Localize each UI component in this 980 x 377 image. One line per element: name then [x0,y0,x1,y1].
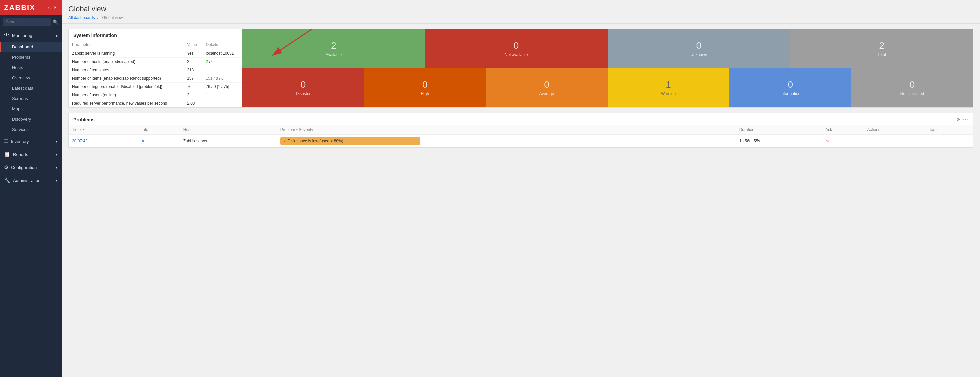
tile-information[interactable]: 0 Information [730,68,851,107]
available-label: Available [326,52,342,57]
gear-icon[interactable]: ⚙ [956,117,960,123]
sort-icon[interactable]: ▼ [82,128,85,132]
tile-not-available[interactable]: 0 Not available [425,29,608,68]
configuration-label: Configuration [11,165,37,170]
not-classified-label: Not classified [900,91,924,96]
col-tags: Tags [926,125,973,135]
sidebar-item-screens[interactable]: Screens [0,94,62,104]
not-available-count: 0 [514,41,519,50]
sidebar-item-overview[interactable]: Overview [0,73,62,83]
col-details: Details [202,40,242,49]
sidebar-item-latest-data[interactable]: Latest data [0,83,62,94]
problem-actions [864,135,926,148]
tile-average[interactable]: 0 Average [486,68,608,107]
sidebar-search-bar: 🔍 [0,15,62,29]
nav-group-inventory[interactable]: ☰ Inventory ▾ [0,135,62,148]
nav-group-administration[interactable]: 🔧 Administration ▾ [0,174,62,187]
sysinfo-value: 2.03 [184,99,202,108]
col-problem-severity: Problem • Severity [277,125,736,135]
col-duration: Duration [736,125,822,135]
tile-available[interactable]: 2 Available [242,29,425,68]
sidebar-item-discovery[interactable]: Discovery [0,114,62,124]
expand-window-icon[interactable]: ⊡ [54,5,58,11]
system-info-section: System information Parameter Value Detai… [69,29,242,107]
available-count: 2 [331,41,336,50]
not-available-label: Not available [505,52,528,57]
sysinfo-details: 76 / 0 [1 / 75] [202,83,242,91]
monitoring-icon: 👁 [4,32,10,38]
sidebar-item-dashboard[interactable]: Dashboard [0,42,62,52]
administration-icon: 🔧 [4,178,10,183]
sidebar-item-services[interactable]: Services [0,124,62,135]
sysinfo-parameter: Number of items (enabled/disabled/not su… [69,75,184,83]
table-row: Required server performance, new values … [69,99,242,108]
collapse-icon[interactable]: « [48,5,51,11]
table-row: Number of templates218 [69,66,242,75]
total-label: Total [877,52,886,57]
ack-value[interactable]: No [825,139,830,143]
col-parameter: Parameter [69,40,184,49]
nav-group-reports[interactable]: 📋 Reports ▾ [0,148,62,161]
sysinfo-parameter: Zabbix server is running [69,49,184,58]
sidebar-logo: ZABBIX « ⊡ [0,0,62,15]
nav-group-configuration[interactable]: ⚙ Configuration ▾ [0,161,62,174]
tile-not-classified[interactable]: 0 Not classified [851,68,973,107]
tile-high[interactable]: 0 High [364,68,486,107]
configuration-chevron: ▾ [56,165,58,170]
sidebar-item-maps[interactable]: Maps [0,104,62,114]
table-row: Number of hosts (enabled/disabled)22 / 0 [69,58,242,66]
system-info-table: Parameter Value Details Zabbix server is… [69,40,242,107]
col-actions: Actions [864,125,926,135]
high-count: 0 [422,80,428,89]
sidebar-item-problems[interactable]: Problems [0,52,62,62]
average-count: 0 [544,80,549,89]
breadcrumb: All dashboards / Global view [68,15,973,20]
administration-label: Administration [13,178,40,183]
tile-warning[interactable]: 1 Warning [608,68,730,107]
table-row: Number of items (enabled/disabled/not su… [69,75,242,83]
sysinfo-value: Yes [184,49,202,58]
logo-text: ZABBIX [4,3,35,12]
sysinfo-details: localhost:10051 [202,49,242,58]
host-link[interactable]: Zabbix server [183,139,208,143]
search-icon[interactable]: 🔍 [53,19,58,25]
time-link[interactable]: 20:07:42 [72,139,88,143]
average-label: Average [539,91,554,96]
ellipsis-icon[interactable]: ··· [963,117,968,123]
sysinfo-details: 1 [202,91,242,99]
search-input[interactable] [3,18,51,26]
table-row: Zabbix server is runningYeslocalhost:100… [69,49,242,58]
col-info: Info [138,125,180,135]
system-info-availability-widget: System information Parameter Value Detai… [68,29,973,108]
breadcrumb-all-dashboards[interactable]: All dashboards [68,15,95,20]
information-count: 0 [788,80,793,89]
reports-icon: 📋 [4,151,10,157]
tile-unknown[interactable]: 0 Unknown [608,29,791,68]
problem-badge[interactable]: /: Disk space is low (used > 80%) [280,137,420,145]
col-host: Host [180,125,277,135]
avail-top-row: 2 Available 0 Not available 0 Unknown [242,29,973,68]
nav-section-inventory: ☰ Inventory ▾ [0,135,62,148]
inventory-icon: ☰ [4,138,8,145]
problem-host: Zabbix server [180,135,277,148]
tile-disaster[interactable]: 0 Disaster [242,68,364,107]
unknown-count: 0 [697,41,702,50]
inventory-label: Inventory [11,139,29,144]
problem-info [138,135,180,148]
not-classified-count: 0 [910,80,915,89]
avail-bottom-row: 0 Disaster 0 High 0 Average 1 [242,68,973,107]
sidebar-item-hosts[interactable]: Hosts [0,62,62,73]
problems-table: Time ▼ Info Host Problem • Severity Dura… [69,125,973,148]
nav-group-monitoring[interactable]: 👁 Monitoring ▴ [0,29,62,42]
col-value: Value [184,40,202,49]
problems-header: Problems ⚙ ··· [69,113,973,125]
tile-total[interactable]: 2 Total [790,29,973,68]
sysinfo-parameter: Number of templates [69,66,184,75]
information-label: Information [780,91,800,96]
reports-label: Reports [13,152,29,157]
sysinfo-details [202,66,242,75]
configuration-icon: ⚙ [4,164,8,170]
sysinfo-value: 218 [184,66,202,75]
nav-section-monitoring: 👁 Monitoring ▴ Dashboard Problems Hosts … [0,29,62,135]
sysinfo-value: 157 [184,75,202,83]
